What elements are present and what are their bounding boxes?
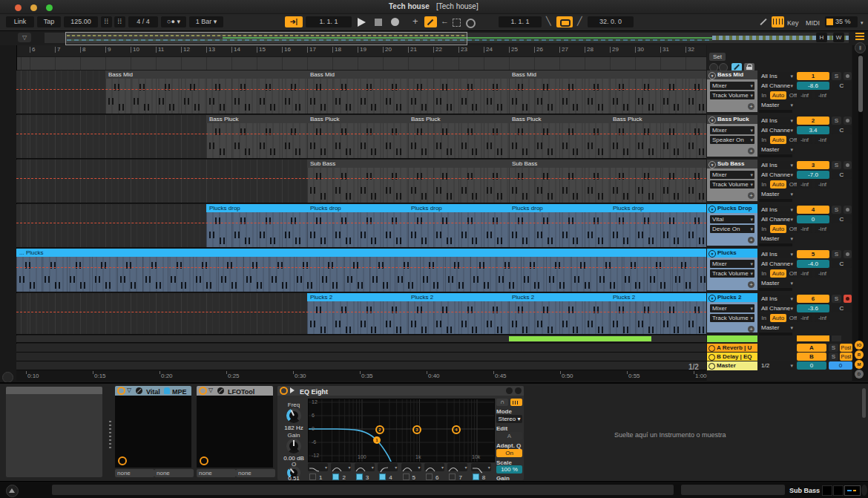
clip[interactable]: Bass Mid xyxy=(307,71,509,114)
mixer-track-name[interactable]: Plucks 2▾ xyxy=(707,293,757,302)
track-number-button[interactable]: 3 xyxy=(797,161,829,169)
arm-button[interactable] xyxy=(844,206,852,214)
vital-title-bar[interactable]: ▽ Vital MPE xyxy=(115,386,191,396)
clip-body[interactable] xyxy=(206,212,307,247)
cpu-meter[interactable]: 35 % xyxy=(825,16,858,27)
eq-mode-select[interactable]: Stereo ▾ xyxy=(496,415,522,423)
solo-button[interactable]: S xyxy=(832,250,841,258)
pan-field[interactable]: C xyxy=(832,171,852,179)
fold-icon[interactable] xyxy=(290,387,295,393)
clip-body[interactable] xyxy=(509,301,610,334)
monitor-in-button[interactable]: In xyxy=(759,136,769,144)
track-fold-icon[interactable]: ▾ xyxy=(708,295,716,302)
lfotool-title-bar[interactable]: ▽ LFOTool xyxy=(197,386,273,396)
arrangement-overview[interactable]: ▽ H W xyxy=(0,31,868,45)
eq-band-handle-4[interactable]: 4 xyxy=(452,425,461,434)
clip-body[interactable] xyxy=(307,212,408,247)
clip[interactable]: Bass Mid xyxy=(105,71,307,114)
input-channel-chooser[interactable]: All Channe▾ xyxy=(759,215,795,223)
control-chooser[interactable]: Track Volume▾ xyxy=(710,91,754,99)
track-lane-bass-mid[interactable]: Bass MidBass MidBass Mid xyxy=(16,71,706,114)
fold-icon[interactable]: ▽ xyxy=(127,387,131,393)
solo-button[interactable]: S xyxy=(832,161,841,169)
track-number-button[interactable]: 4 xyxy=(797,206,829,214)
control-chooser[interactable]: Speaker On▾ xyxy=(710,136,754,144)
play-button[interactable] xyxy=(358,18,366,27)
monitor-auto-button[interactable]: Auto xyxy=(770,269,786,278)
eq-band-filter-chooser[interactable]: ▾ xyxy=(424,463,444,471)
loop-start-field[interactable]: 1. 1. 1 xyxy=(499,16,542,27)
eq-band-filter-chooser[interactable]: ▾ xyxy=(471,463,491,471)
add-lane-button[interactable]: + xyxy=(748,281,754,288)
input-type-chooser[interactable]: All Ins▾ xyxy=(759,72,795,80)
monitor-auto-button[interactable]: Auto xyxy=(770,91,786,99)
tempo-field[interactable]: 125.00 xyxy=(64,16,98,27)
draw-automation-icon[interactable] xyxy=(760,19,766,25)
punch-in-icon[interactable]: ╲ xyxy=(546,16,551,26)
track-fold-icon[interactable]: ▾ xyxy=(708,250,716,258)
vital-slot-2[interactable]: none xyxy=(154,469,194,477)
pan-field[interactable]: C xyxy=(832,304,852,312)
overview-w-button[interactable]: W xyxy=(833,33,844,42)
pan-field[interactable]: C xyxy=(832,260,852,268)
monitor-in-button[interactable]: In xyxy=(759,225,769,233)
show-help-button[interactable] xyxy=(861,485,867,496)
eq-audition-button[interactable]: ∩ xyxy=(496,399,508,406)
track-lane--plucks[interactable]: ... Plucks xyxy=(16,249,706,292)
eq-title-bar[interactable]: EQ Eight xyxy=(277,386,524,396)
add-lane-button[interactable]: + xyxy=(748,192,754,199)
track-lane-sub-bass[interactable]: Sub BassSub Bass xyxy=(16,160,706,203)
mixer-section-toggle-d[interactable]: D xyxy=(855,370,864,379)
wrench-icon[interactable] xyxy=(136,387,142,394)
link-button[interactable]: Link xyxy=(6,16,34,27)
track-fold-icon[interactable]: ▾ xyxy=(708,206,716,213)
follow-button[interactable]: ➔| xyxy=(285,16,303,27)
eq-band-filter-chooser[interactable]: ▾ xyxy=(447,463,467,471)
clip[interactable]: Bass Pluck xyxy=(610,115,706,158)
monitor-in-button[interactable]: In xyxy=(759,314,769,322)
show-info-button[interactable] xyxy=(6,485,19,497)
lfotool-slot-1[interactable]: none xyxy=(197,469,236,477)
monitor-auto-button[interactable]: Auto xyxy=(770,136,786,144)
solo-button[interactable]: S xyxy=(832,72,841,80)
clip[interactable]: Plucks drop xyxy=(206,204,307,247)
volume-field[interactable]: -8.6 xyxy=(797,82,829,90)
master-lane[interactable] xyxy=(16,361,706,370)
monitor-auto-button[interactable]: Auto xyxy=(770,314,786,322)
clip[interactable]: Plucks drop xyxy=(610,204,706,247)
mixer-track-name[interactable]: Plucks Drop▾ xyxy=(707,204,757,213)
input-channel-chooser[interactable]: All Channe▾ xyxy=(759,82,795,90)
clip[interactable]: Bass Pluck xyxy=(509,115,610,158)
volume-field[interactable]: 3.4 xyxy=(797,126,829,134)
clip-body[interactable] xyxy=(610,301,706,334)
green-clip[interactable] xyxy=(509,336,651,341)
lfotool-plugin-panel[interactable] xyxy=(197,396,273,468)
mixer-track-name[interactable]: Bass Mid▾ xyxy=(707,71,757,79)
io-meters-icon[interactable]: ⦀ xyxy=(855,42,866,53)
eq-band-filter-chooser[interactable]: ▾ xyxy=(331,463,351,471)
clip-body[interactable] xyxy=(408,123,509,158)
overview-fold-nub[interactable]: ▽ xyxy=(18,33,31,42)
return-a-lane[interactable] xyxy=(16,344,706,353)
eq-analyze-button[interactable] xyxy=(510,399,522,406)
mixer-section-toggle-io[interactable]: IO xyxy=(855,341,864,350)
track-lane-bass-pluck[interactable]: Bass PluckBass PluckBass PluckBass Pluck… xyxy=(16,115,706,159)
input-type-chooser[interactable]: All Ins▾ xyxy=(759,295,795,303)
device-scrollbar[interactable] xyxy=(862,388,866,418)
clip-body[interactable] xyxy=(105,79,307,114)
bus-post-toggle[interactable]: Post xyxy=(840,344,852,352)
control-chooser[interactable]: Device On▾ xyxy=(710,225,754,233)
eq-band-toggle[interactable] xyxy=(403,474,410,480)
nudge-down-button[interactable]: ⦙⦙ xyxy=(101,16,112,27)
eq-band-toggle[interactable] xyxy=(332,474,339,480)
overview-h-button[interactable]: H xyxy=(816,33,827,42)
green-track-header[interactable] xyxy=(707,335,757,342)
back-to-arrangement-button[interactable]: ← xyxy=(441,16,449,25)
output-chooser[interactable]: Master▾ xyxy=(759,101,795,109)
loop-button[interactable] xyxy=(556,16,573,27)
output-chooser[interactable]: Master▾ xyxy=(759,279,795,287)
input-channel-chooser[interactable]: All Channe▾ xyxy=(759,304,795,312)
device-on-led[interactable] xyxy=(280,387,288,395)
eq-band-toggle[interactable] xyxy=(309,474,316,480)
mixer-menu-icon[interactable] xyxy=(855,33,864,40)
